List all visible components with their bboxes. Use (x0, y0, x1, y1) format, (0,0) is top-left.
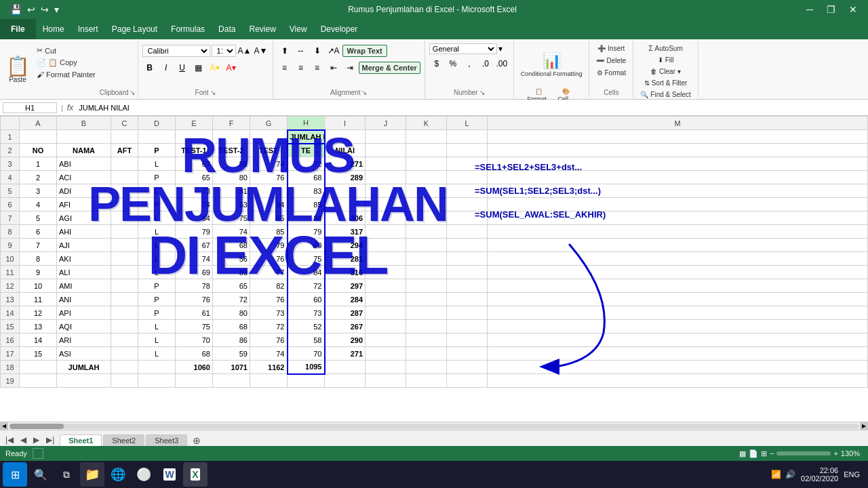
cell-B11[interactable]: ALI (57, 266, 111, 279)
cell-G7[interactable]: 65 (250, 211, 288, 225)
cell-A12[interactable]: 10 (20, 279, 57, 293)
row-num-18[interactable]: 18 (1, 361, 20, 374)
cell-H13[interactable]: 60 (288, 293, 325, 306)
cell-G15[interactable]: 72 (250, 320, 288, 333)
cell-B18[interactable]: JUMLAH (57, 361, 111, 374)
cell-H9[interactable]: 80 (288, 239, 325, 252)
cell-D18[interactable] (138, 361, 176, 374)
cell-G18[interactable]: 1162 (250, 361, 288, 374)
cell-I18[interactable] (325, 361, 366, 374)
cell-M3[interactable] (488, 157, 868, 171)
col-header-L[interactable]: L (447, 117, 488, 130)
cell-D19[interactable] (138, 374, 176, 388)
cell-D1[interactable] (138, 130, 176, 144)
cell-H17[interactable]: 70 (288, 347, 325, 361)
col-header-A[interactable]: A (20, 117, 57, 130)
cell-B12[interactable]: AMI (57, 279, 111, 293)
sheet-nav-last[interactable]: ▶| (43, 434, 57, 446)
cell-D2[interactable]: P (138, 144, 176, 157)
cell-E6[interactable]: 74 (176, 198, 213, 211)
cell-D15[interactable]: L (138, 320, 176, 333)
cell-I3[interactable]: 271 (325, 157, 366, 171)
increase-font-btn[interactable]: A▲ (237, 43, 252, 58)
cell-I8[interactable]: 317 (325, 225, 366, 239)
row-num-12[interactable]: 12 (1, 279, 20, 293)
cell-K2[interactable] (406, 144, 447, 157)
cell-H11[interactable]: 84 (288, 266, 325, 279)
cell-J2[interactable] (366, 144, 406, 157)
row-num-1[interactable]: 1 (1, 130, 20, 144)
number-format-select[interactable]: General (429, 43, 497, 54)
page-break-btn[interactable]: ⊞ (761, 449, 767, 458)
align-right-btn[interactable]: ≡ (310, 60, 325, 75)
sheet-tab-sheet3[interactable]: Sheet3 (146, 434, 187, 446)
delete-cells-btn[interactable]: ➖ Delete (593, 56, 629, 66)
cell-L16[interactable] (447, 333, 488, 347)
cell-E7[interactable]: 64 (176, 211, 213, 225)
cell-H19[interactable] (288, 374, 325, 388)
row-num-17[interactable]: 17 (1, 347, 20, 361)
cell-L9[interactable] (447, 239, 488, 252)
developer-menu[interactable]: Developer (314, 19, 365, 39)
autosum-btn[interactable]: Σ AutoSum (637, 43, 693, 54)
cell-I5[interactable] (325, 184, 366, 198)
cell-J12[interactable] (366, 279, 406, 293)
cell-B4[interactable]: ACI (57, 171, 111, 184)
cell-M1[interactable] (488, 130, 868, 144)
cell-K5[interactable] (406, 184, 447, 198)
cell-M15[interactable] (488, 320, 868, 333)
cell-L6[interactable] (447, 198, 488, 211)
cell-G12[interactable]: 82 (250, 279, 288, 293)
cell-A3[interactable]: 1 (20, 157, 57, 171)
cell-K9[interactable] (406, 239, 447, 252)
cell-I19[interactable] (325, 374, 366, 388)
cell-A1[interactable] (20, 130, 57, 144)
cell-J6[interactable] (366, 198, 406, 211)
cell-C2[interactable]: AFT (111, 144, 138, 157)
cell-I6[interactable] (325, 198, 366, 211)
cell-I17[interactable]: 271 (325, 347, 366, 361)
row-num-11[interactable]: 11 (1, 266, 20, 279)
data-menu[interactable]: Data (212, 19, 242, 39)
cell-M2[interactable] (488, 144, 868, 157)
cell-B16[interactable]: ARI (57, 333, 111, 347)
currency-btn[interactable]: $ (429, 56, 444, 71)
cell-I13[interactable]: 284 (325, 293, 366, 306)
cell-A10[interactable]: 8 (20, 252, 57, 266)
cell-A4[interactable]: 2 (20, 171, 57, 184)
insert-sheet-btn[interactable]: ⊕ (189, 435, 205, 446)
cell-D13[interactable]: P (138, 293, 176, 306)
cell-B6[interactable]: AFI (57, 198, 111, 211)
cut-button[interactable]: ✂ Cut (34, 45, 98, 56)
cell-H1[interactable]: JUMLAH NILAI (288, 130, 325, 144)
cell-C16[interactable] (111, 333, 138, 347)
fill-btn[interactable]: ⬇ Fill (637, 55, 693, 65)
cell-L7[interactable] (447, 211, 488, 225)
cell-J13[interactable] (366, 293, 406, 306)
underline-button[interactable]: U (175, 60, 190, 75)
cell-J1[interactable] (366, 130, 406, 144)
cell-E1[interactable] (176, 130, 213, 144)
file-menu[interactable]: File (0, 19, 36, 39)
cell-C3[interactable] (111, 157, 138, 171)
search-taskbar-btn[interactable]: 🔍 (28, 462, 53, 487)
col-header-J[interactable]: J (366, 117, 406, 130)
cell-J18[interactable] (366, 361, 406, 374)
cell-L18[interactable] (447, 361, 488, 374)
cell-H8[interactable]: 79 (288, 225, 325, 239)
cell-F1[interactable] (213, 130, 250, 144)
cell-C8[interactable] (111, 225, 138, 239)
col-header-H[interactable]: H (288, 117, 325, 130)
cell-E11[interactable]: 69 (176, 266, 213, 279)
chrome-btn[interactable]: ⚪ (132, 462, 156, 487)
font-face-select[interactable]: Calibri (142, 45, 210, 57)
cell-F12[interactable]: 65 (213, 279, 250, 293)
cell-M17[interactable] (488, 347, 868, 361)
home-menu[interactable]: Home (36, 19, 71, 39)
cell-H10[interactable]: 75 (288, 252, 325, 266)
cell-D5[interactable]: L (138, 184, 176, 198)
alignment-expand-icon[interactable]: ↘ (361, 89, 367, 96)
col-header-B[interactable]: B (57, 117, 111, 130)
cell-E8[interactable]: 79 (176, 225, 213, 239)
cell-F7[interactable]: 75 (213, 211, 250, 225)
